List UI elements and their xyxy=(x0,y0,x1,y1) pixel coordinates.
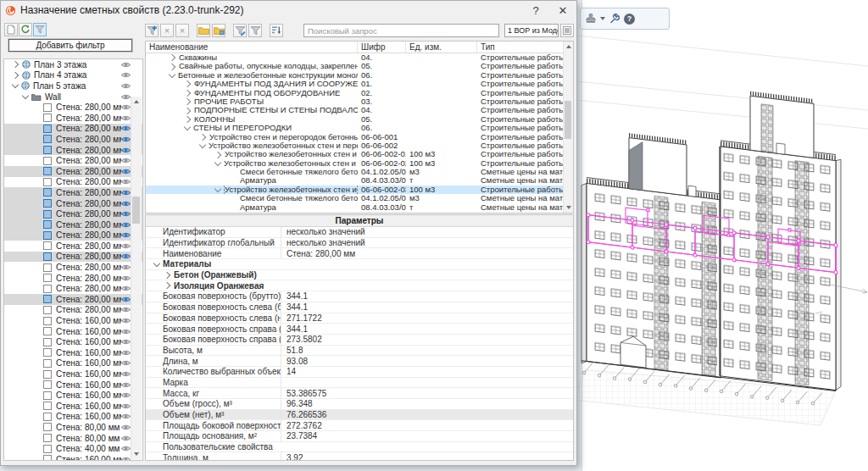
wall-checkbox[interactable] xyxy=(43,306,52,314)
tree-wall-row[interactable]: Стена: 40,00 мм xyxy=(4,443,142,454)
tree-wall-row[interactable]: Стена: 280,00 мм xyxy=(4,219,142,230)
param-row[interactable]: Длина, м93.08 xyxy=(146,356,573,367)
catalog-row[interactable]: ФУНДАМЕНТЫ ПОД ОБОРУДОВАНИЕ02.Строительн… xyxy=(146,89,573,97)
wall-checkbox[interactable] xyxy=(43,413,52,421)
dialog-help-button[interactable]: ? xyxy=(522,2,549,19)
wall-checkbox[interactable] xyxy=(43,125,52,133)
source-selector[interactable]: 1 ВОР из Модели xyxy=(504,24,559,37)
sort-button[interactable] xyxy=(270,24,283,37)
tree-wall-row[interactable]: Стена: 160,00 мм xyxy=(4,358,142,369)
catalog-row[interactable]: Устройство железобетонных стен и перегор… xyxy=(146,141,573,150)
visibility-eye-icon[interactable] xyxy=(121,456,131,461)
scroll-thumb[interactable] xyxy=(132,197,140,224)
tree-wall-row[interactable]: Стена: 280,00 мм xyxy=(4,145,142,156)
filter-mode-button[interactable] xyxy=(33,23,47,36)
chevron-right-icon[interactable] xyxy=(199,133,206,140)
param-row[interactable]: Объем (гросс), м³96.348 xyxy=(146,399,573,410)
wall-checkbox[interactable] xyxy=(43,327,52,335)
wall-checkbox[interactable] xyxy=(43,285,52,293)
table-scrollbar[interactable] xyxy=(563,42,573,213)
wall-checkbox[interactable] xyxy=(43,157,52,165)
catalog-row[interactable]: Бетонные и железобетонные конструкции мо… xyxy=(146,71,573,80)
wall-checkbox[interactable] xyxy=(43,391,52,400)
param-row[interactable]: Высота, м51.8 xyxy=(146,346,573,357)
tree-wall-row[interactable]: Стена: 160,00 мм xyxy=(4,401,142,412)
wall-checkbox[interactable] xyxy=(43,295,52,303)
visibility-eye-icon[interactable] xyxy=(121,231,131,239)
scroll-up-icon[interactable] xyxy=(134,100,139,103)
remove-all-button[interactable]: × xyxy=(175,24,189,37)
wall-checkbox[interactable] xyxy=(43,455,52,461)
wall-checkbox[interactable] xyxy=(43,210,52,219)
chevron-right-icon[interactable] xyxy=(164,282,170,289)
column-code[interactable]: Шифр xyxy=(358,42,406,53)
help-icon[interactable]: ? xyxy=(624,14,635,25)
tree-wall-row[interactable]: Стена: 280,00 мм xyxy=(4,166,142,177)
param-row[interactable]: Боковая поверхность справа (брутто), м²3… xyxy=(146,324,573,335)
chevron-down-icon[interactable] xyxy=(153,260,160,267)
visibility-eye-icon[interactable] xyxy=(121,328,131,335)
tree-wall-row[interactable]: Стена: 280,00 мм xyxy=(4,134,142,145)
wall-checkbox[interactable] xyxy=(43,434,52,442)
wall-checkbox[interactable] xyxy=(43,359,52,368)
column-unit[interactable]: Ед. изм. xyxy=(406,42,477,53)
catalog-row[interactable]: КОЛОННЫ05.Строительные работы xyxy=(146,115,573,124)
param-row[interactable]: Бетон (Оранжевый) xyxy=(146,270,573,281)
apply-filter-button[interactable] xyxy=(233,24,247,37)
wall-checkbox[interactable] xyxy=(43,114,52,122)
tree-wall-row[interactable]: Стена: 280,00 мм xyxy=(4,241,142,252)
param-row[interactable]: Масса, кг53.386575 xyxy=(146,388,573,399)
wall-checkbox[interactable] xyxy=(43,402,52,410)
catalog-row[interactable]: Устройство железобетонных стен и перегор… xyxy=(146,159,573,168)
scroll-down-icon[interactable] xyxy=(566,206,571,209)
visibility-eye-icon[interactable] xyxy=(121,114,131,122)
tree-wall-row[interactable]: Стена: 160,00 мм xyxy=(4,412,142,423)
wall-checkbox[interactable] xyxy=(43,178,52,186)
refresh-button[interactable] xyxy=(19,23,32,36)
visibility-eye-icon[interactable] xyxy=(121,381,131,389)
visibility-eye-icon[interactable] xyxy=(121,178,131,186)
tree-wall-row[interactable]: Стена: 280,00 мм xyxy=(4,283,142,294)
wall-checkbox[interactable] xyxy=(43,263,52,272)
param-row[interactable]: Толщина, м3.92 xyxy=(146,452,573,461)
chevron-right-icon[interactable] xyxy=(169,54,175,61)
search-input[interactable] xyxy=(303,24,499,37)
tree-wall-row[interactable]: Стена: 160,00 мм xyxy=(4,336,142,347)
visibility-eye-icon[interactable] xyxy=(121,274,131,282)
chevron-right-icon[interactable] xyxy=(184,98,191,105)
visibility-eye-icon[interactable] xyxy=(121,359,131,367)
new-filter-button[interactable] xyxy=(4,23,18,36)
wall-checkbox[interactable] xyxy=(43,188,52,197)
catalog-row[interactable]: Арматура08.4.03.03/01тСметные цены на ма… xyxy=(146,203,573,212)
catalog-row[interactable]: Устройство железобетонных стен и перегор… xyxy=(146,186,573,194)
wall-checkbox[interactable] xyxy=(43,167,52,175)
param-row[interactable]: Боковая поверхность слева (нетто), м²271… xyxy=(146,313,573,324)
tree-wall-row[interactable]: Стена: 280,00 мм xyxy=(4,252,142,263)
param-row[interactable]: Боковая поверхность (брутто), м²344.1 xyxy=(146,291,573,302)
tree-wall-row[interactable]: Стена: 160,00 мм xyxy=(4,347,142,358)
tree-wall-row[interactable]: Стена: 280,00 мм xyxy=(4,155,142,166)
visibility-eye-icon[interactable] xyxy=(121,103,131,111)
wall-checkbox[interactable] xyxy=(43,199,52,208)
tree-wall-row[interactable]: Стена: 280,00 мм xyxy=(4,177,142,188)
add-filter-button[interactable]: Добавить фильтр xyxy=(8,39,132,52)
chevron-right-icon[interactable] xyxy=(169,63,175,69)
chevron-right-icon[interactable] xyxy=(184,107,191,114)
plan-icon[interactable] xyxy=(22,71,31,80)
model-3d-view[interactable] xyxy=(576,0,868,471)
chevron-down-icon[interactable] xyxy=(184,124,191,130)
catalog-row[interactable]: Смеси бетонные тяжелого бетона04.1.02.05… xyxy=(146,168,573,176)
remove-assignment-button[interactable]: × xyxy=(160,24,174,37)
chevron-down-icon[interactable] xyxy=(12,81,19,88)
catalog-row[interactable]: Арматура08.4.03.03/01тСметные цены на ма… xyxy=(146,176,573,185)
tree-wall-row[interactable]: Стена: 280,00 мм xyxy=(4,124,142,135)
tree-wall-row[interactable]: Стена: 80,00 мм xyxy=(4,422,142,433)
visibility-eye-icon[interactable] xyxy=(121,93,131,101)
wall-checkbox[interactable] xyxy=(43,135,52,143)
tree-plan-row[interactable]: План 3 этажа xyxy=(4,59,142,70)
tree-scrollbar[interactable] xyxy=(131,97,142,459)
visibility-eye-icon[interactable] xyxy=(121,424,131,431)
chevron-right-icon[interactable] xyxy=(12,72,19,79)
visibility-eye-icon[interactable] xyxy=(121,285,131,292)
chevron-down-icon[interactable] xyxy=(214,186,221,192)
